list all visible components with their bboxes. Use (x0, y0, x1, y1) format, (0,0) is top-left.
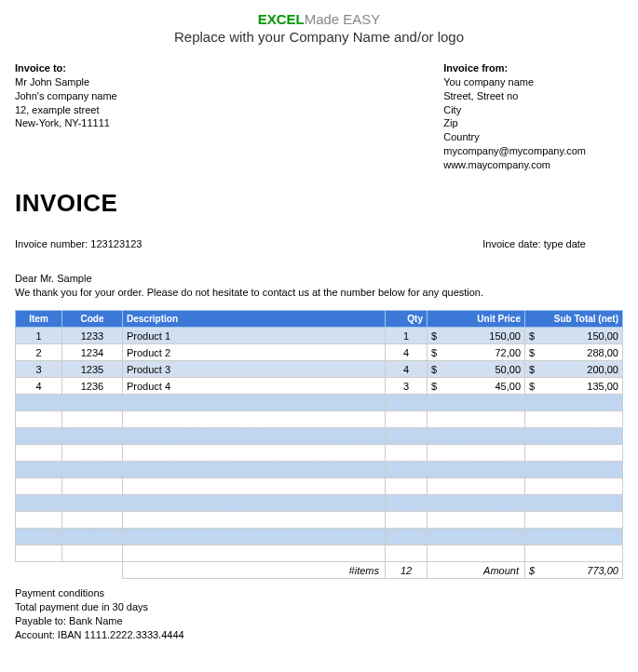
col-sub: Sub Total (net) (525, 311, 623, 328)
table-header-row: Item Code Description Qty Unit Price Sub… (16, 311, 623, 328)
invoice-from-label: Invoice from: (443, 61, 586, 75)
invoice-to-line: 12, example street (15, 103, 117, 117)
invoice-number-label: Invoice number: (15, 238, 88, 249)
table-row-empty (16, 529, 623, 545)
invoice-date: Invoice date: type date (482, 238, 586, 249)
cell-code: 1233 (62, 328, 123, 344)
cell-qty: 4 (386, 344, 428, 361)
invoice-to-line: Mr John Sample (15, 75, 117, 89)
col-code: Code (62, 311, 123, 328)
table-row: 11233Product 11$150,00$150,00 (16, 328, 623, 344)
footer-line: Payable to: Bank Name (15, 614, 623, 628)
cell-qty: 3 (386, 378, 428, 395)
invoice-to-line: John's company name (15, 89, 117, 103)
cell-item: 1 (16, 328, 62, 344)
totals-row: #items 12 Amount $773,00 (16, 562, 623, 579)
items-count-label: #items (123, 562, 386, 579)
cell-desc: Product 1 (123, 328, 386, 344)
amount-value: $773,00 (525, 562, 623, 579)
cell-code: 1234 (62, 344, 123, 361)
cell-qty: 4 (386, 361, 428, 378)
cell-unit: $150,00 (428, 328, 525, 344)
cell-sub: $200,00 (525, 361, 623, 378)
thanks-line: We thank you for your order. Please do n… (15, 286, 623, 300)
cell-code: 1235 (62, 361, 123, 378)
cell-unit: $72,00 (428, 344, 525, 361)
invoice-from-line: Street, Street no (443, 89, 586, 103)
header-logo: EXCELMade EASY Replace with your Company… (15, 7, 623, 45)
tagline: Replace with your Company Name and/or lo… (15, 29, 623, 45)
cell-sub: $150,00 (525, 328, 623, 344)
footer-line: Payment conditions (15, 586, 623, 600)
greeting-line: Dear Mr. Sample (15, 272, 623, 286)
cell-desc: Product 3 (123, 361, 386, 378)
cell-desc: Product 4 (123, 378, 386, 395)
col-desc: Description (123, 311, 386, 328)
logo-part2: Made EASY (305, 11, 381, 27)
cell-desc: Product 2 (123, 344, 386, 361)
invoice-to-line: New-York, NY-11111 (15, 116, 117, 130)
cell-item: 3 (16, 361, 62, 378)
table-row-empty (16, 428, 623, 445)
table-row-empty (16, 462, 623, 478)
table-row: 41236Product 43$45,00$135,00 (16, 378, 623, 395)
cell-item: 2 (16, 344, 62, 361)
footer-line: Total payment due in 30 days (15, 600, 623, 614)
items-table: Item Code Description Qty Unit Price Sub… (15, 310, 623, 579)
invoice-from-block: Invoice from: You company name Street, S… (443, 61, 586, 172)
invoice-number: Invoice number: 123123123 (15, 238, 142, 249)
amount-label: Amount (428, 562, 525, 579)
invoice-from-line: Country (443, 130, 586, 144)
table-row: 21234Product 24$72,00$288,00 (16, 344, 623, 361)
col-item: Item (16, 311, 62, 328)
table-row-empty (16, 445, 623, 462)
table-row-empty (16, 395, 623, 411)
cell-unit: $45,00 (428, 378, 525, 395)
col-unit: Unit Price (428, 311, 525, 328)
logo-part1: EXCEL (258, 11, 305, 27)
invoice-number-value: 123123123 (90, 238, 142, 249)
invoice-date-label: Invoice date: (482, 238, 540, 249)
items-count-value: 12 (386, 562, 428, 579)
cell-item: 4 (16, 378, 62, 395)
invoice-title: INVOICE (15, 189, 623, 218)
table-row-empty (16, 495, 623, 512)
cell-sub: $135,00 (525, 378, 623, 395)
cell-unit: $50,00 (428, 361, 525, 378)
cell-qty: 1 (386, 328, 428, 344)
col-qty: Qty (386, 311, 428, 328)
cell-sub: $288,00 (525, 344, 623, 361)
table-row-empty (16, 545, 623, 562)
table-row-empty (16, 512, 623, 529)
table-row: 31235Product 34$50,00$200,00 (16, 361, 623, 378)
invoice-from-line: Zip (443, 116, 586, 130)
table-row-empty (16, 478, 623, 495)
table-row-empty (16, 411, 623, 428)
footer-line: Account: IBAN 1111.2222.3333.4444 (15, 628, 623, 642)
invoice-from-line: www.maycompany.com (443, 158, 586, 172)
payment-footer: Payment conditions Total payment due in … (15, 586, 623, 641)
invoice-to-block: Invoice to: Mr John Sample John's compan… (15, 61, 117, 172)
invoice-from-line: mycompany@mycompany.com (443, 144, 586, 158)
cell-code: 1236 (62, 378, 123, 395)
invoice-from-line: You company name (443, 75, 586, 89)
invoice-to-label: Invoice to: (15, 61, 117, 75)
invoice-date-value: type date (544, 238, 586, 249)
invoice-from-line: City (443, 103, 586, 117)
